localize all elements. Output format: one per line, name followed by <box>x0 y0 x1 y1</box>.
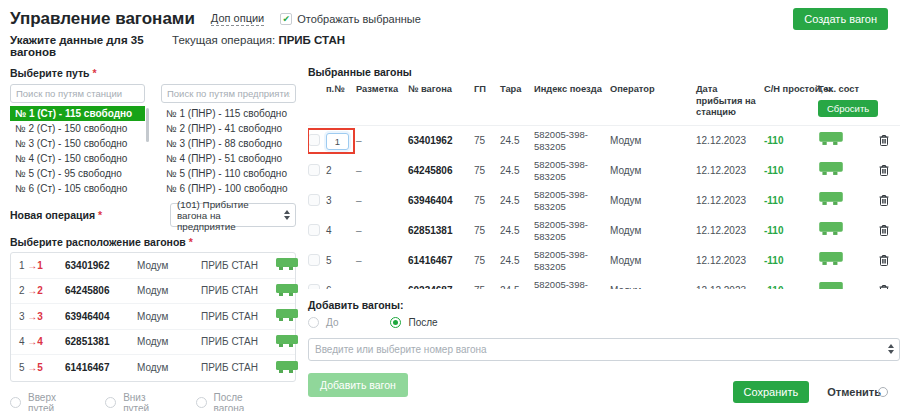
wagon-number-select[interactable]: Введите или выберите номер вагона <box>308 338 900 361</box>
wagon-number: 60234687 <box>408 285 474 289</box>
wagon-operator: Модум <box>137 336 201 347</box>
row-checkbox[interactable] <box>308 284 320 289</box>
col-pn: п.№ <box>326 84 356 96</box>
enterprise-path-option[interactable]: № 1 (ПНР) - 115 свободно <box>161 106 296 121</box>
wagon-operator: Модум <box>137 311 201 322</box>
radio-selected-icon[interactable] <box>390 317 401 328</box>
wagon-number: 61416467 <box>65 362 137 373</box>
arrow-icon: → <box>27 362 37 373</box>
idle-hours: -110 <box>764 135 818 146</box>
left-panel: Выберите путь * № 1 (Ст) - 115 свободно … <box>10 62 296 411</box>
row-checkbox[interactable] <box>308 194 320 206</box>
delete-row-icon[interactable] <box>878 194 900 207</box>
station-paths-column: № 1 (Ст) - 115 свободно № 2 (Ст) - 150 с… <box>10 83 145 196</box>
arrangement-label: Выберите расположение вагонов * <box>10 236 296 248</box>
station-path-option-selected[interactable]: № 1 (Ст) - 115 свободно <box>10 106 145 121</box>
arrow-icon: → <box>27 311 37 322</box>
wagon-number: 61416467 <box>408 255 474 266</box>
delete-row-icon[interactable] <box>878 284 900 289</box>
wagon-icon <box>818 221 878 240</box>
enterprise-path-option[interactable]: № 2 (ПНР) - 41 свободно <box>161 121 296 136</box>
footer-actions: Сохранить Отменить <box>733 381 888 403</box>
new-operation-label: Новая операция * <box>10 209 170 221</box>
radio-icon[interactable] <box>105 397 116 408</box>
enterprise-path-option[interactable]: № 5 (ПНР) - 110 свободно <box>161 166 296 181</box>
row-checkbox[interactable] <box>308 134 320 146</box>
wagon-number: 63401962 <box>408 135 474 146</box>
row-checkbox[interactable] <box>308 164 320 176</box>
idle-hours: -110 <box>764 255 818 266</box>
station-path-option[interactable]: № 5 (Ст) - 95 свободно <box>10 166 145 181</box>
station-path-search-input[interactable] <box>10 84 145 103</box>
show-selected-toggle[interactable]: Отображать выбранные <box>280 13 421 25</box>
enterprise-path-option[interactable]: № 3 (ПНР) - 88 свободно <box>161 136 296 151</box>
page-title: Управление вагонами <box>10 9 195 29</box>
pn-input[interactable] <box>326 133 349 150</box>
wagon-number: 64245806 <box>65 285 137 296</box>
arrow-icon: → <box>27 260 37 271</box>
station-path-option[interactable]: № 2 (Ст) - 150 свободно <box>10 121 145 136</box>
reset-button[interactable]: Сбросить <box>818 100 878 117</box>
col-arrival: Дата прибытия на станцию <box>696 84 764 119</box>
enterprise-path-option[interactable]: № 6 (ПНР) - 100 свободно <box>161 181 296 196</box>
show-selected-label: Отображать выбранные <box>297 13 421 25</box>
enterprise-path-search-input[interactable] <box>161 84 296 103</box>
arrangement-row[interactable]: 5 →5 61416467 Модум ПРИБ СТАН <box>11 355 295 381</box>
wagon-operation: ПРИБ СТАН <box>201 285 275 296</box>
checkbox-checked-icon[interactable] <box>280 13 292 25</box>
radio-after-wagon[interactable]: После вагона <box>196 392 266 411</box>
wagon-icon <box>818 191 878 210</box>
wagon-operation: ПРИБ СТАН <box>201 260 275 271</box>
wagon-icon <box>818 251 878 270</box>
idle-hours: -110 <box>764 225 818 236</box>
col-train-index: Индекс поезда <box>534 84 610 96</box>
table-row: 4 – 62851381 75 24.5 582005-398-583205 М… <box>308 216 900 246</box>
new-operation-select[interactable]: (101) Прибытие вагона на предприятие <box>170 203 296 227</box>
enterprise-path-option[interactable]: № 4 (ПНР) - 51 свободно <box>161 151 296 166</box>
station-path-option[interactable]: № 4 (Ст) - 150 свободно <box>10 151 145 166</box>
delete-row-icon[interactable] <box>878 134 900 147</box>
arrangement-row[interactable]: 3 →3 63946404 Модум ПРИБ СТАН <box>11 304 295 330</box>
idle-hours: -110 <box>764 285 818 289</box>
spinner-circle-icon <box>878 387 888 397</box>
station-list-scrollbar[interactable] <box>146 108 149 142</box>
arrangement-row[interactable]: 2 →2 64245806 Модум ПРИБ СТАН <box>11 279 295 305</box>
idle-hours: -110 <box>764 165 818 176</box>
delete-row-icon[interactable] <box>878 254 900 267</box>
col-operator: Оператор <box>610 84 696 96</box>
wagon-number: 63401962 <box>65 260 137 271</box>
wagon-icon <box>818 161 878 180</box>
wagon-number: 62851381 <box>65 336 137 347</box>
wagon-number: 64245806 <box>408 165 474 176</box>
selected-wagons-title: Выбранные вагоны <box>308 66 900 78</box>
row-checkbox[interactable] <box>308 254 320 266</box>
table-row: 5 – 61416467 75 24.5 582005-398-583205 М… <box>308 246 900 276</box>
radio-after[interactable]: После <box>390 317 437 328</box>
arrangement-row[interactable]: 4 →4 62851381 Модум ПРИБ СТАН <box>11 330 295 356</box>
radio-before[interactable]: До <box>308 317 338 328</box>
radio-icon[interactable] <box>196 397 207 408</box>
radio-up-paths[interactable]: Вверх путей <box>10 392 75 411</box>
add-wagon-button[interactable]: Добавить вагон <box>308 373 408 397</box>
delete-row-icon[interactable] <box>878 164 900 177</box>
wagon-number: 62851381 <box>408 225 474 236</box>
station-path-option[interactable]: № 6 (Ст) - 105 свободно <box>10 181 145 196</box>
cancel-button[interactable]: Отменить <box>827 386 888 398</box>
extra-options-link[interactable]: Доп опции <box>211 12 264 26</box>
enterprise-paths-column: № 1 (ПНР) - 115 свободно № 2 (ПНР) - 41 … <box>161 83 296 196</box>
radio-icon[interactable] <box>10 397 21 408</box>
table-row: 6 – 60234687 75 24.5 582005-398-583205 М… <box>308 276 900 289</box>
current-operation-value: ПРИБ СТАН <box>278 34 345 46</box>
row-checkbox[interactable] <box>308 224 320 236</box>
save-button[interactable]: Сохранить <box>733 381 810 403</box>
radio-down-paths[interactable]: Вниз путей <box>105 392 165 411</box>
table-row: 2 – 64245806 75 24.5 582005-398-583205 М… <box>308 156 900 186</box>
radio-icon[interactable] <box>308 317 319 328</box>
col-tech-state: Тех. сост <box>818 84 863 96</box>
create-wagon-button[interactable]: Создать вагон <box>793 8 888 30</box>
delete-row-icon[interactable] <box>878 224 900 237</box>
station-path-option[interactable]: № 3 (Ст) - 150 свободно <box>10 136 145 151</box>
arrangement-row[interactable]: 1 →1 63401962 Модум ПРИБ СТАН <box>11 253 295 279</box>
wagon-number: 63946404 <box>65 311 137 322</box>
required-asterisk: * <box>92 67 96 79</box>
